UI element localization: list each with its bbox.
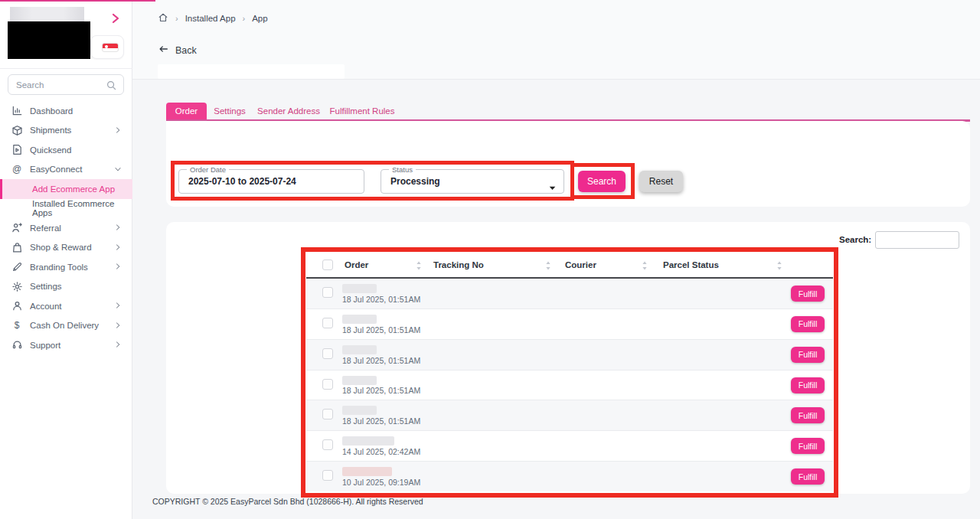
sidebar-collapse-chevron-icon[interactable] bbox=[109, 11, 122, 25]
singapore-flag-icon bbox=[102, 43, 119, 52]
sidebar-item-shipments[interactable]: Shipments bbox=[0, 121, 132, 141]
fulfill-button[interactable]: Fulfill bbox=[791, 347, 825, 363]
sidebar-subitem-label: Add Ecommerce App bbox=[32, 184, 115, 194]
order-date-text: 10 Jul 2025, 09:19AM bbox=[342, 478, 420, 487]
search-button[interactable]: Search bbox=[578, 171, 626, 192]
fulfill-button[interactable]: Fulfill bbox=[791, 468, 825, 485]
row-checkbox[interactable] bbox=[322, 470, 333, 481]
easyparcel-app: Dashboard Shipments Quicksend @ EasyConn… bbox=[0, 0, 980, 519]
order-id-redacted bbox=[342, 406, 377, 415]
sidebar-item-label: Shipments bbox=[30, 126, 71, 135]
breadcrumb-separator: › bbox=[243, 14, 246, 23]
status-select[interactable]: Status Processing bbox=[381, 169, 564, 194]
shopping-bag-icon bbox=[11, 241, 23, 253]
package-icon bbox=[11, 124, 23, 136]
country-selector[interactable] bbox=[90, 35, 124, 59]
sort-icon[interactable] bbox=[776, 260, 782, 271]
status-value: Processing bbox=[390, 170, 440, 193]
sidebar-item-add-ecommerce-app[interactable]: Add Ecommerce App bbox=[0, 179, 132, 199]
filter-panel bbox=[166, 121, 970, 207]
sort-icon[interactable] bbox=[416, 260, 422, 271]
sidebar-item-label: Referral bbox=[30, 224, 61, 233]
order-id-redacted bbox=[342, 376, 377, 385]
sidebar-search-input[interactable] bbox=[16, 75, 102, 94]
row-checkbox[interactable] bbox=[322, 348, 333, 359]
row-checkbox[interactable] bbox=[322, 409, 333, 419]
order-id-redacted bbox=[342, 315, 377, 324]
quicksend-icon bbox=[11, 144, 23, 156]
tab-settings[interactable]: Settings bbox=[207, 103, 253, 119]
sidebar-item-label: EasyConnect bbox=[30, 165, 82, 174]
back-label: Back bbox=[175, 45, 197, 56]
sort-icon[interactable] bbox=[642, 260, 648, 271]
column-parcel-status[interactable]: Parcel Status bbox=[663, 260, 719, 269]
tab-fulfillment-rules[interactable]: Fulfillment Rules bbox=[325, 103, 400, 119]
tab-sender-address[interactable]: Sender Address bbox=[253, 103, 325, 119]
order-id-redacted bbox=[342, 436, 394, 446]
easyconnect-at-icon: @ bbox=[11, 163, 23, 175]
chevron-right-icon bbox=[113, 126, 122, 136]
breadcrumb: › Installed App › App bbox=[158, 12, 268, 24]
fulfill-button[interactable]: Fulfill bbox=[791, 377, 825, 393]
sidebar-item-installed-ecommerce-apps[interactable]: Installed Ecommerce Apps bbox=[0, 199, 132, 219]
table-row: 18 Jul 2025, 01:51AM Fulfill bbox=[306, 279, 833, 309]
column-courier[interactable]: Courier bbox=[565, 260, 596, 269]
sidebar-item-cash-on-delivery[interactable]: $ Cash On Delivery bbox=[0, 316, 132, 336]
person-icon bbox=[11, 300, 23, 312]
tab-order[interactable]: Order bbox=[166, 103, 207, 119]
sidebar-item-label: Quicksend bbox=[30, 145, 71, 155]
order-date-input[interactable] bbox=[188, 170, 354, 193]
dashboard-icon bbox=[11, 105, 23, 117]
sidebar-divider bbox=[0, 68, 132, 69]
sidebar-subitem-label: Installed Ecommerce Apps bbox=[32, 199, 132, 217]
select-all-checkbox[interactable] bbox=[322, 260, 333, 270]
sidebar-item-quicksend[interactable]: Quicksend bbox=[0, 140, 132, 160]
fulfill-button[interactable]: Fulfill bbox=[791, 438, 825, 454]
dollar-icon: $ bbox=[11, 319, 23, 331]
breadcrumb-installed-app[interactable]: Installed App bbox=[185, 14, 236, 23]
back-button[interactable]: Back bbox=[158, 44, 197, 57]
sidebar-item-account[interactable]: Account bbox=[0, 296, 132, 316]
headset-icon bbox=[11, 339, 23, 351]
fulfill-button[interactable]: Fulfill bbox=[791, 316, 825, 332]
table-row: 18 Jul 2025, 01:51AM Fulfill bbox=[306, 370, 833, 401]
order-date-text: 18 Jul 2025, 01:51AM bbox=[342, 356, 420, 365]
home-icon[interactable] bbox=[158, 12, 168, 24]
sidebar-item-support[interactable]: Support bbox=[0, 335, 132, 355]
sidebar-item-label: Settings bbox=[30, 282, 62, 291]
chevron-right-icon bbox=[113, 321, 122, 331]
breadcrumb-app: App bbox=[252, 14, 267, 23]
sidebar-item-referral[interactable]: Referral bbox=[0, 218, 132, 238]
sidebar-item-shop-reward[interactable]: Shop & Reward bbox=[0, 238, 132, 258]
row-checkbox[interactable] bbox=[322, 379, 333, 390]
sidebar-item-dashboard[interactable]: Dashboard bbox=[0, 101, 132, 121]
fulfill-button[interactable]: Fulfill bbox=[791, 407, 825, 423]
order-date-text: 18 Jul 2025, 01:51AM bbox=[342, 386, 420, 395]
chevron-right-icon bbox=[113, 340, 122, 351]
breadcrumb-separator: › bbox=[175, 14, 178, 23]
sidebar-search bbox=[8, 74, 124, 95]
fulfill-button[interactable]: Fulfill bbox=[791, 286, 825, 302]
sidebar-item-easyconnect[interactable]: @ EasyConnect bbox=[0, 160, 132, 180]
sort-icon[interactable] bbox=[545, 260, 551, 271]
app-title-redacted bbox=[158, 64, 345, 79]
row-checkbox[interactable] bbox=[322, 439, 333, 450]
table-row: 14 Jul 2025, 02:42AM Fulfill bbox=[306, 431, 833, 462]
sidebar-item-branding-tools[interactable]: Branding Tools bbox=[0, 257, 132, 277]
order-date-text: 14 Jul 2025, 02:42AM bbox=[342, 447, 420, 456]
sidebar: Dashboard Shipments Quicksend @ EasyConn… bbox=[0, 0, 132, 519]
table-row: 18 Jul 2025, 01:51AM Fulfill bbox=[306, 340, 833, 370]
row-checkbox[interactable] bbox=[322, 287, 333, 298]
table-search-input[interactable] bbox=[875, 231, 959, 249]
logo-redacted bbox=[8, 21, 90, 59]
order-id-redacted bbox=[342, 284, 377, 293]
order-id-redacted bbox=[342, 467, 392, 476]
row-checkbox[interactable] bbox=[322, 318, 333, 328]
reset-button[interactable]: Reset bbox=[639, 171, 683, 192]
column-tracking-no[interactable]: Tracking No bbox=[433, 260, 484, 269]
column-order[interactable]: Order bbox=[345, 260, 368, 269]
order-date-text: 18 Jul 2025, 01:51AM bbox=[342, 325, 420, 335]
table-row: 18 Jul 2025, 01:51AM Fulfill bbox=[306, 400, 833, 431]
back-arrow-icon bbox=[158, 44, 169, 57]
sidebar-item-settings[interactable]: Settings bbox=[0, 277, 132, 297]
